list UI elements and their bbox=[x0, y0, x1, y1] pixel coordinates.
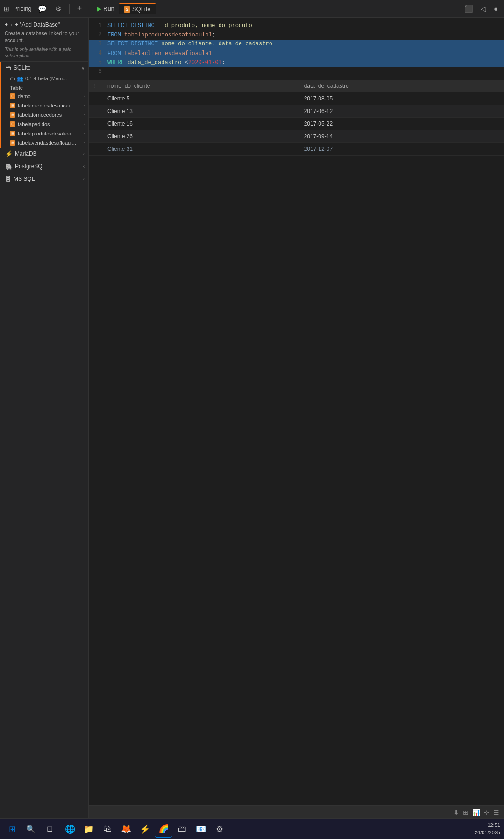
table-item-name: tabelaclientesdesafioau... bbox=[18, 103, 84, 108]
mariadb-name: MariaDB bbox=[15, 150, 83, 157]
table-icon: ⊞ bbox=[10, 103, 15, 108]
row-indicator bbox=[89, 130, 103, 143]
table-item-clientes[interactable]: ⊞ tabelaclientesdesafioau... ‹ bbox=[1, 101, 88, 110]
download-button[interactable]: ⬇ bbox=[454, 809, 459, 816]
share-button[interactable]: ◁ bbox=[478, 4, 489, 14]
app1-icon: ⚡ bbox=[140, 824, 150, 834]
search-taskbar-button[interactable]: 🔍 bbox=[22, 821, 39, 838]
taskbar-db-app[interactable]: 🗃 bbox=[174, 821, 191, 838]
mariadb-header[interactable]: ⚡ MariaDB ‹ bbox=[1, 148, 88, 160]
sidebar: +→ + "Add DataBase" Create a database li… bbox=[0, 18, 89, 818]
mssql-header[interactable]: 🗄 MS SQL ‹ bbox=[1, 173, 88, 185]
table-item-arrow: ‹ bbox=[84, 93, 85, 99]
sqlite-meta-text: 0.1.4 beta (Mem... bbox=[25, 76, 67, 81]
sqlite-db-header[interactable]: 🗃 SQLite ∨ bbox=[1, 62, 88, 74]
sqlite-meta: 🗃 👥 0.1.4 beta (Mem... bbox=[1, 74, 88, 83]
bottom-toolbar: ⬇ ⊞ 📊 ⊹ ☰ bbox=[89, 805, 504, 818]
line-num-2: 2 bbox=[92, 30, 102, 40]
chrome-icon: 🌈 bbox=[158, 824, 169, 834]
settings-button[interactable]: ⚙ bbox=[53, 4, 64, 14]
table-item-produtos[interactable]: ⊞ tabelaprodutosdesafioa... ‹ bbox=[1, 129, 88, 138]
row-indicator bbox=[89, 118, 103, 130]
taskbar-edge[interactable]: 🌐 bbox=[62, 821, 78, 838]
add-database-button[interactable]: +→ + "Add DataBase" bbox=[5, 21, 60, 28]
task-view-button[interactable]: ⊡ bbox=[41, 821, 58, 838]
start-button[interactable]: ⊞ bbox=[4, 821, 21, 838]
chart-button[interactable]: 📊 bbox=[472, 809, 480, 816]
taskbar-firefox[interactable]: 🦊 bbox=[118, 821, 135, 838]
table-row: Cliente 262017-09-14 bbox=[89, 130, 504, 143]
taskbar-email[interactable]: 📧 bbox=[192, 821, 209, 838]
sql-code-5: WHERE data_de_cadastro <2020-01-01; bbox=[107, 58, 225, 67]
user-button[interactable]: ● bbox=[491, 4, 500, 14]
line-num-1: 1 bbox=[92, 21, 102, 30]
cell-nome: Cliente 13 bbox=[103, 105, 299, 118]
sqlite-tab-label: SQLite bbox=[132, 6, 151, 13]
cell-nome: Cliente 16 bbox=[103, 118, 299, 130]
row-indicator bbox=[89, 143, 103, 156]
col-header-indicator: ! bbox=[89, 80, 103, 92]
add-tab-button[interactable]: + bbox=[75, 4, 84, 14]
sqlite-meta-icon1: 🗃 bbox=[10, 76, 15, 81]
table-view-button[interactable]: ⊞ bbox=[463, 809, 469, 816]
table-item-pedidos[interactable]: ⊞ tabelapedidos ‹ bbox=[1, 120, 88, 129]
add-db-description: Create a database linked to your account… bbox=[5, 30, 84, 44]
taskbar-explorer[interactable]: 📁 bbox=[80, 821, 97, 838]
taskbar-app1[interactable]: ⚡ bbox=[136, 821, 153, 838]
tab-bar-right: ⬛ ◁ ● bbox=[462, 4, 500, 14]
row-indicator bbox=[89, 105, 103, 118]
sql-line-5: 5 WHERE data_de_cadastro <2020-01-01; bbox=[89, 58, 504, 67]
cell-data: 2017-09-14 bbox=[299, 130, 504, 143]
table-icon: ⊞ bbox=[10, 93, 15, 99]
run-button[interactable]: ▶ Run bbox=[92, 3, 119, 14]
cell-nome: Cliente 31 bbox=[103, 143, 299, 156]
settings-taskbar-icon: ⚙ bbox=[216, 824, 223, 834]
sql-line-6: 6 bbox=[89, 67, 504, 76]
table-item-name: tabelaprodutosdesafioa... bbox=[18, 131, 84, 136]
run-label: Run bbox=[103, 5, 114, 12]
table-item-arrow: ‹ bbox=[84, 140, 85, 145]
run-triangle-icon: ▶ bbox=[97, 6, 101, 12]
taskbar-settings[interactable]: ⚙ bbox=[211, 821, 228, 838]
table-icon: ⊞ bbox=[10, 121, 15, 127]
cell-data: 2017-08-05 bbox=[299, 92, 504, 105]
table-item-vendas[interactable]: ⊞ tabelavendasdesafioaul... ‹ bbox=[1, 138, 88, 148]
store-icon: 🛍 bbox=[103, 824, 112, 834]
add-db-label: + "Add DataBase" bbox=[15, 21, 60, 28]
divider bbox=[69, 4, 70, 14]
mariadb-section: ⚡ MariaDB ‹ bbox=[0, 148, 88, 160]
postgresql-header[interactable]: 🐘 PostgreSQL ‹ bbox=[1, 160, 88, 173]
taskbar-chrome[interactable]: 🌈 bbox=[155, 821, 172, 838]
table-item-arrow: ‹ bbox=[84, 112, 85, 117]
sql-line-1: 1 SELECT DISTINCT id_produto, nome_do_pr… bbox=[89, 21, 504, 30]
table-item-demo[interactable]: ⊞ demo ‹ bbox=[1, 92, 88, 101]
sqlite-tab-icon: S bbox=[124, 6, 130, 13]
clock-display: 12:51 24/01/2025 bbox=[475, 822, 500, 836]
postgresql-chevron: ‹ bbox=[83, 164, 85, 169]
sqlite-db-section: 🗃 SQLite ∨ 🗃 👥 0.1.4 beta (Mem... Table … bbox=[0, 62, 88, 148]
pivot-button[interactable]: ⊹ bbox=[484, 809, 490, 816]
table-item-arrow: ‹ bbox=[84, 131, 85, 136]
sqlite-db-name: SQLite bbox=[14, 64, 81, 71]
explorer-icon: 📁 bbox=[84, 824, 94, 834]
table-item-name: tabelavendasdesafioaul... bbox=[18, 140, 84, 146]
results-area: ! nome_do_cliente data_de_cadastro Clien… bbox=[89, 80, 504, 805]
results-header-row: ! nome_do_cliente data_de_cadastro bbox=[89, 80, 504, 92]
line-num-5: 5 bbox=[92, 58, 102, 67]
sql-editor[interactable]: 1 SELECT DISTINCT id_produto, nome_do_pr… bbox=[89, 18, 504, 80]
table-row: Cliente 312017-12-07 bbox=[89, 143, 504, 156]
table-item-fornecedores[interactable]: ⊞ tabelafornecedores ‹ bbox=[1, 110, 88, 120]
sqlite-tab[interactable]: S SQLite bbox=[119, 3, 156, 14]
taskbar-store[interactable]: 🛍 bbox=[99, 821, 116, 838]
table-row: Cliente 52017-08-05 bbox=[89, 92, 504, 105]
db-app-icon: 🗃 bbox=[178, 824, 186, 834]
new-tab-icon-button[interactable]: ⬛ bbox=[462, 4, 476, 14]
edge-icon: 🌐 bbox=[65, 824, 75, 834]
line-num-6: 6 bbox=[92, 67, 102, 76]
menu-button[interactable]: ☰ bbox=[493, 809, 499, 816]
table-item-arrow: ‹ bbox=[84, 121, 85, 127]
chat-button[interactable]: 💬 bbox=[35, 4, 49, 14]
postgresql-icon: 🐘 bbox=[5, 163, 13, 170]
mssql-section: 🗄 MS SQL ‹ bbox=[0, 173, 88, 185]
add-db-note: This is only available with a paid subsc… bbox=[5, 46, 84, 59]
